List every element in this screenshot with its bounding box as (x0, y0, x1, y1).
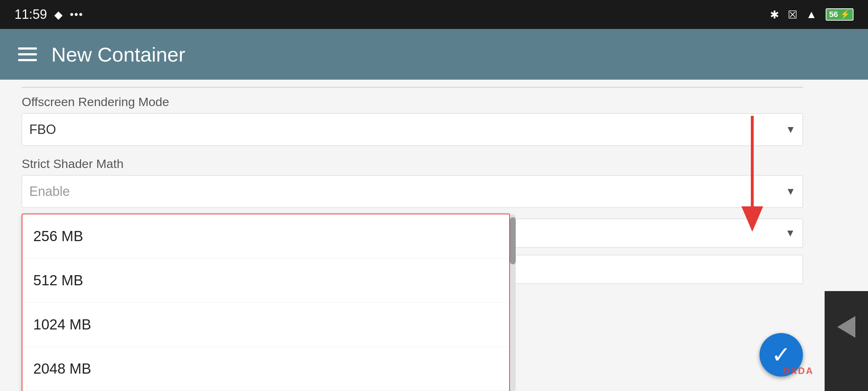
menu-button[interactable] (18, 47, 37, 61)
status-right: ✱ ☒ ▲ 56 ⚡ (770, 8, 854, 21)
v-dropdown-arrow-icon: ▼ (785, 227, 795, 239)
offscreen-rendering-field: Offscreen Rendering Mode FBO ▼ (22, 95, 803, 146)
app-bar: New Container (0, 29, 868, 80)
option-2048mb[interactable]: 2048 MB (22, 347, 509, 391)
status-diamond-icon: ◆ (54, 8, 63, 21)
top-divider (22, 87, 803, 88)
option-512mb[interactable]: 512 MB (22, 258, 509, 303)
option-256mb[interactable]: 256 MB (22, 214, 509, 258)
main-content: Offscreen Rendering Mode FBO ▼ Strict Sh… (0, 80, 868, 391)
xda-watermark: DXDA (783, 365, 814, 377)
option-1024mb[interactable]: 1024 MB (22, 303, 509, 347)
popup-scrollbar-thumb (510, 217, 516, 264)
x-icon: ☒ (788, 8, 797, 21)
status-more-icon: ••• (70, 8, 84, 21)
strict-shader-dropdown-container: Enable ▼ (22, 175, 803, 208)
status-time: 11:59 (14, 7, 47, 22)
xda-text: DXDA (783, 365, 814, 376)
offscreen-rendering-dropdown-container: FBO ▼ (22, 113, 803, 146)
strict-shader-value: Enable (29, 184, 70, 199)
offscreen-rendering-value: FBO (29, 122, 56, 137)
battery-bolt-icon: ⚡ (840, 10, 850, 19)
wifi-icon: ▲ (806, 8, 817, 21)
strict-shader-dropdown[interactable]: Enable (22, 175, 803, 208)
status-bar: 11:59 ◆ ••• ✱ ☒ ▲ 56 ⚡ (0, 0, 868, 29)
strict-shader-label: Strict Shader Math (22, 157, 803, 171)
dropdown-popup: 256 MB 512 MB 1024 MB 2048 MB (22, 214, 510, 391)
battery-indicator: 56 ⚡ (826, 8, 854, 21)
popup-scrollbar[interactable] (510, 214, 516, 391)
side-back-button[interactable] (837, 316, 855, 338)
offscreen-rendering-dropdown[interactable]: FBO (22, 113, 803, 146)
status-left: 11:59 ◆ ••• (14, 7, 84, 22)
page-title: New Container (51, 43, 185, 66)
strict-shader-field: Strict Shader Math Enable ▼ (22, 157, 803, 208)
bluetooth-icon: ✱ (770, 8, 779, 21)
check-icon: ✓ (771, 341, 791, 368)
offscreen-rendering-label: Offscreen Rendering Mode (22, 95, 803, 109)
battery-level: 56 (829, 10, 838, 19)
